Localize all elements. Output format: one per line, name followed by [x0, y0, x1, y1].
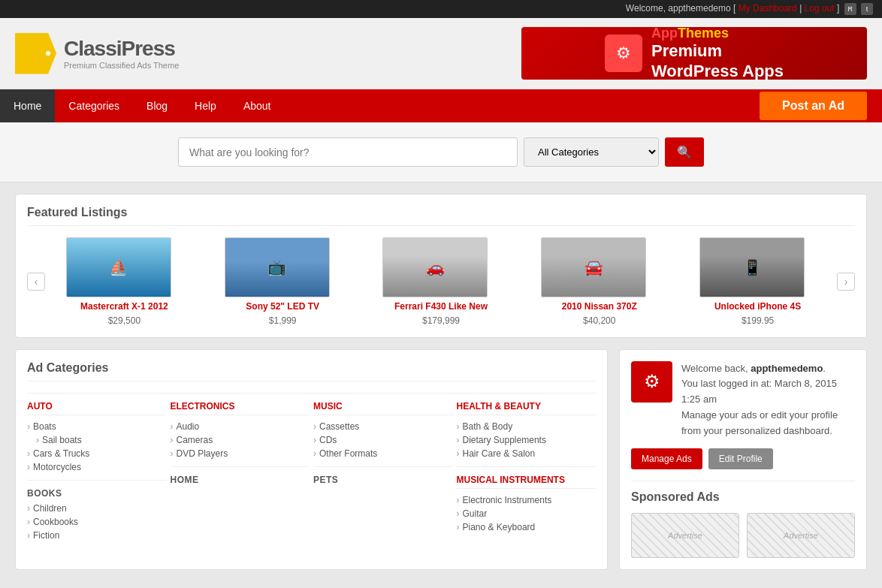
manage-ads-button[interactable]: Manage Ads [631, 448, 702, 469]
listing-price: $179,999 [382, 315, 499, 326]
welcome-greeting: Welcome back, appthemedemo. [681, 361, 855, 377]
cat-sailboats[interactable]: Sail boats [36, 435, 167, 445]
cat-divider [171, 466, 310, 467]
cat-cookbooks[interactable]: Cookbooks [27, 517, 167, 527]
listing-title: Unlocked iPhone 4S [699, 301, 816, 313]
categories-title: Ad Categories [27, 361, 596, 381]
site-name[interactable]: ClassiPress [64, 37, 179, 61]
search-section: All Categories AUTO BOOKS ELECTRONICS HE… [0, 122, 882, 182]
cat-other-formats[interactable]: Other Formats [313, 448, 453, 459]
listing-price: $40,200 [541, 315, 657, 326]
cat-boats[interactable]: Boats [27, 421, 167, 432]
category-select[interactable]: All Categories AUTO BOOKS ELECTRONICS HE… [524, 137, 659, 167]
cat-piano[interactable]: Piano & Keyboard [457, 522, 597, 532]
bottom-grid: Ad Categories AUTO Boats Sail boats Cars… [15, 349, 867, 570]
list-item[interactable]: 📺 Sony 52" LED TV $1,999 [225, 237, 341, 326]
banner-icon: ⚙ [605, 35, 642, 72]
cat-columns: AUTO Boats Sail boats Cars & Trucks Moto… [27, 401, 596, 544]
listing-image: 🚘 [541, 237, 646, 297]
list-item[interactable]: 🚗 Ferrari F430 Like New $179,999 [382, 237, 499, 326]
twitter-icon[interactable]: t [861, 3, 873, 15]
cat-dietary[interactable]: Dietary Supplements [457, 435, 597, 445]
cat-dvd[interactable]: DVD Players [171, 448, 310, 459]
welcome-description: Manage your ads or edit your profile fro… [681, 408, 855, 439]
post-ad-button[interactable]: Post an Ad [760, 92, 867, 120]
car2-icon: 🚘 [584, 258, 603, 276]
username: appthemedemo [751, 363, 823, 374]
cat-fiction[interactable]: Fiction [27, 530, 167, 541]
cat-cds[interactable]: CDs [313, 435, 453, 445]
cat-cassettes[interactable]: Cassettes [313, 421, 453, 432]
welcome-actions: Manage Ads Edit Profile [631, 448, 855, 469]
search-bar: All Categories AUTO BOOKS ELECTRONICS HE… [178, 137, 704, 167]
cat-cars-trucks[interactable]: Cars & Trucks [27, 448, 167, 459]
listing-image: 📱 [699, 237, 805, 297]
logo-text: ClassiPress Premium Classified Ads Theme [64, 37, 179, 70]
listing-price: $29,500 [66, 315, 183, 326]
welcome-inner: ⚙ Welcome back, appthemedemo. You last l… [631, 361, 855, 439]
cat-divider [27, 480, 167, 481]
nav-help[interactable]: Help [181, 89, 230, 122]
musical-header: MUSICAL INSTRUMENTS [457, 475, 597, 489]
auto-header: AUTO [27, 401, 167, 415]
car-icon: 🚗 [426, 258, 445, 276]
banner-icon-glyph: ⚙ [616, 44, 631, 63]
welcome-prefix: Welcome back, [681, 363, 751, 374]
cat-electronic-instruments[interactable]: Electronic Instruments [457, 495, 597, 505]
cat-divider [457, 466, 597, 467]
banner-text: AppThemes PremiumWordPress Apps [651, 27, 784, 80]
welcome-text: Welcome back, appthemedemo. You last log… [681, 361, 855, 439]
nav: Home Categories Blog Help About Post an … [0, 89, 882, 122]
nav-home[interactable]: Home [0, 89, 55, 122]
dashboard-link[interactable]: My Dashboard [739, 3, 797, 14]
nav-categories[interactable]: Categories [55, 89, 133, 122]
auto-column: AUTO Boats Sail boats Cars & Trucks Moto… [27, 401, 167, 544]
logout-link[interactable]: Log out [805, 3, 835, 14]
listing-image: 📺 [225, 237, 330, 297]
carousel-next[interactable]: › [837, 273, 855, 291]
books-header: BOOKS [27, 488, 167, 499]
banner[interactable]: ⚙ AppThemes PremiumWordPress Apps [521, 27, 867, 80]
cat-bath[interactable]: Bath & Body [457, 421, 597, 432]
listing-image: 🚗 [382, 237, 488, 297]
pets-header: PETS [313, 475, 453, 485]
header: ClassiPress Premium Classified Ads Theme… [0, 18, 882, 89]
nav-about[interactable]: About [230, 89, 285, 122]
health-header: HEALTH & BEAUTY [457, 401, 597, 415]
last-login: You last logged in at: March 8, 2015 1:2… [681, 376, 855, 408]
cat-hair[interactable]: Hair Care & Salon [457, 448, 597, 459]
nav-blog[interactable]: Blog [133, 89, 181, 122]
cat-audio[interactable]: Audio [171, 421, 310, 432]
cat-guitar[interactable]: Guitar [457, 508, 597, 519]
listing-title: Sony 52" LED TV [225, 301, 341, 313]
nav-links: Home Categories Blog Help About [0, 89, 284, 122]
categories-section: Ad Categories AUTO Boats Sail boats Cars… [15, 349, 608, 570]
sponsored-ads: Sponsored Ads Advertise Advertise [631, 490, 855, 558]
sidebar-section: ⚙ Welcome back, appthemedemo. You last l… [619, 349, 867, 570]
search-input[interactable] [178, 137, 518, 167]
listing-title: Mastercraft X-1 2012 [66, 301, 183, 313]
search-button[interactable]: 🔍 [665, 137, 704, 167]
banner-subtitle: PremiumWordPress Apps [651, 41, 784, 80]
ad-box-1[interactable]: Advertise [631, 513, 739, 558]
featured-section: Featured Listings ‹ ⛵ Mastercraft X-1 20… [15, 194, 867, 338]
rss-icon[interactable]: R [844, 3, 856, 15]
list-item[interactable]: 📱 Unlocked iPhone 4S $199.95 [699, 237, 816, 326]
cat-children[interactable]: Children [27, 503, 167, 514]
advertise-label-1: Advertise [668, 531, 702, 540]
tv-icon: 📺 [267, 258, 286, 276]
list-item[interactable]: ⛵ Mastercraft X-1 2012 $29,500 [66, 237, 183, 326]
ad-box-2[interactable]: Advertise [747, 513, 855, 558]
health-music-column: HEALTH & BEAUTY Bath & Body Dietary Supp… [457, 401, 597, 544]
edit-profile-button[interactable]: Edit Profile [708, 448, 773, 469]
cat-motorcycles[interactable]: Motorcycles [27, 462, 167, 472]
logo-area: ClassiPress Premium Classified Ads Theme [15, 33, 179, 74]
banner-brand-name: Themes [678, 27, 729, 41]
cat-cameras[interactable]: Cameras [171, 435, 310, 445]
logo-icon [15, 33, 56, 74]
carousel-prev[interactable]: ‹ [27, 273, 45, 291]
boat-icon: ⛵ [109, 258, 128, 276]
sponsored-title: Sponsored Ads [631, 490, 855, 504]
list-item[interactable]: 🚘 2010 Nissan 370Z $40,200 [541, 237, 657, 326]
listing-title: 2010 Nissan 370Z [541, 301, 657, 313]
